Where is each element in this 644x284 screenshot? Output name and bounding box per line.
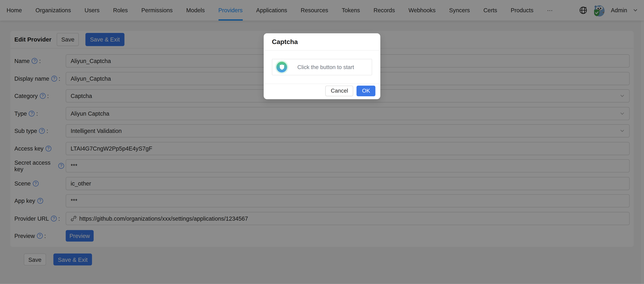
modal-body: Click the button to start (264, 51, 380, 83)
captcha-shield-icon[interactable] (276, 62, 287, 72)
captcha-widget[interactable]: Click the button to start (272, 59, 372, 75)
ok-button[interactable]: OK (357, 85, 375, 96)
captcha-instruction: Click the button to start (297, 64, 354, 70)
captcha-modal: Captcha Click the button to start Cancel… (264, 33, 380, 99)
modal-footer: Cancel OK (264, 83, 380, 99)
app-viewport: Home Organizations Users Roles Permissio… (0, 0, 644, 284)
modal-title: Captcha (272, 38, 298, 46)
cancel-button[interactable]: Cancel (326, 85, 354, 96)
modal-header: Captcha (264, 33, 380, 51)
